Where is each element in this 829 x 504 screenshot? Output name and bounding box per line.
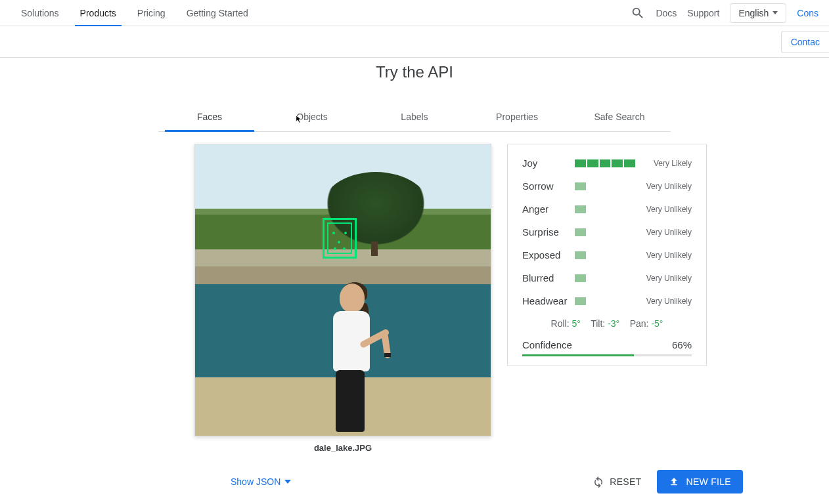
metric-bar (575, 182, 635, 190)
tab-labels[interactable]: Labels (363, 102, 466, 131)
language-label: English (738, 8, 769, 18)
chevron-down-icon (773, 11, 778, 14)
metric-bar (575, 228, 635, 236)
metric-row: JoyVery Likely (522, 158, 692, 169)
show-json-label: Show JSON (231, 476, 280, 487)
landmark-icon (343, 247, 346, 250)
metric-label: Sorrow (522, 180, 575, 192)
metric-value: Very Unlikely (646, 251, 692, 260)
metric-value: Very Unlikely (646, 205, 692, 214)
metric-label: Blurred (522, 272, 575, 284)
tilt-label: Tilt: (591, 318, 605, 329)
tab-objects[interactable]: Objects (261, 102, 363, 131)
docs-link[interactable]: Docs (656, 8, 677, 18)
tab-properties[interactable]: Properties (466, 102, 568, 131)
top-nav-right: Docs Support English Cons (631, 3, 818, 23)
page-title: Try the API (0, 63, 829, 81)
nav-getting-started[interactable]: Getting Started (176, 0, 259, 26)
metric-bar (575, 297, 635, 305)
roll-label: Roll: (551, 318, 570, 329)
right-actions: RESET NEW FILE (593, 470, 743, 494)
image-filename: dale_lake.JPG (194, 443, 491, 453)
photo-trunk (371, 242, 378, 256)
result-tabs: Faces Objects Labels Properties Safe Sea… (158, 102, 671, 132)
contact-sales-button[interactable]: Contac (781, 31, 829, 53)
pan-value: -5° (651, 318, 663, 329)
metric-value: Very Unlikely (646, 228, 692, 237)
metric-value: Very Unlikely (646, 297, 692, 306)
analyzed-image (194, 144, 491, 436)
results-panel: JoyVery LikelySorrowVery UnlikelyAngerVe… (507, 144, 707, 366)
roll-value: 5° (571, 318, 580, 329)
metric-value: Very Likely (654, 159, 692, 168)
nav-solutions[interactable]: Solutions (11, 0, 70, 26)
nav-products[interactable]: Products (70, 0, 127, 26)
pan-label: Pan: (630, 318, 649, 329)
landmark-icon (338, 241, 340, 243)
confidence-bar (522, 354, 692, 356)
support-link[interactable]: Support (687, 8, 719, 18)
new-file-button[interactable]: NEW FILE (657, 470, 743, 494)
metric-bar (575, 251, 635, 259)
content-row: dale_lake.JPG JoyVery LikelySorrowVery U… (122, 144, 707, 453)
metric-label: Joy (522, 158, 575, 169)
language-selector[interactable]: English (730, 3, 786, 23)
top-nav: Solutions Products Pricing Getting Start… (0, 0, 829, 26)
reset-label: RESET (610, 476, 641, 487)
new-file-label: NEW FILE (686, 476, 731, 487)
top-nav-left: Solutions Products Pricing Getting Start… (11, 0, 259, 26)
metric-row: SorrowVery Unlikely (522, 180, 692, 192)
reset-icon (593, 476, 604, 488)
chevron-down-icon (284, 480, 291, 484)
metric-row: SurpriseVery Unlikely (522, 226, 692, 238)
face-bounding-box (323, 218, 357, 259)
upload-icon (669, 476, 679, 487)
metric-label: Headwear (522, 295, 575, 306)
metric-label: Surprise (522, 226, 575, 238)
reset-button[interactable]: RESET (593, 476, 641, 488)
metric-bar (575, 274, 635, 282)
confidence-value: 66% (672, 339, 692, 350)
sub-bar: Contac (0, 26, 829, 58)
confidence-label: Confidence (522, 339, 572, 350)
search-icon[interactable] (631, 6, 645, 20)
metric-value: Very Unlikely (646, 274, 692, 283)
show-json-toggle[interactable]: Show JSON (231, 476, 291, 487)
metric-value: Very Unlikely (646, 182, 692, 191)
actions-row: Show JSON RESET NEW FILE (231, 470, 743, 504)
tab-safe-search[interactable]: Safe Search (568, 102, 671, 131)
metric-row: AngerVery Unlikely (522, 203, 692, 215)
metric-row: ExposedVery Unlikely (522, 249, 692, 261)
metric-label: Anger (522, 203, 575, 215)
image-column: dale_lake.JPG (194, 144, 491, 453)
tab-faces[interactable]: Faces (158, 102, 261, 131)
confidence-fill (522, 354, 634, 356)
metric-row: HeadwearVery Unlikely (522, 295, 692, 306)
metric-bar (575, 159, 635, 167)
console-link[interactable]: Cons (797, 8, 818, 18)
confidence-row: Confidence 66% (522, 339, 692, 350)
metric-label: Exposed (522, 249, 575, 261)
pose-readout: Roll: 5° Tilt: -3° Pan: -5° (522, 318, 692, 329)
page: Try the API Faces Objects Labels Propert… (0, 58, 829, 504)
metric-row: BlurredVery Unlikely (522, 272, 692, 284)
nav-pricing[interactable]: Pricing (127, 0, 176, 26)
landmark-icon (344, 232, 347, 234)
metric-bar (575, 205, 635, 213)
photo-person (320, 274, 399, 432)
tilt-value: -3° (608, 318, 619, 329)
landmark-icon (334, 247, 336, 250)
landmark-icon (332, 232, 335, 234)
